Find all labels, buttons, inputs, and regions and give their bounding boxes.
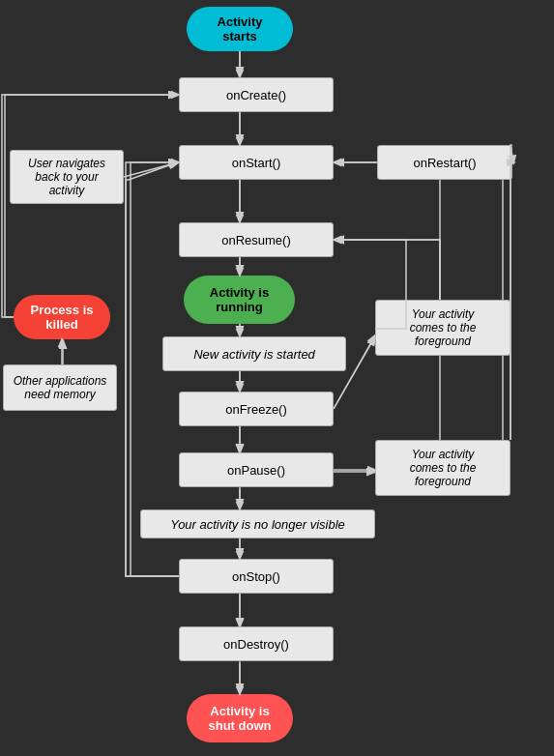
on-create-label: onCreate() (226, 88, 286, 102)
process-killed-node: Process iskilled (14, 295, 110, 339)
new-activity-label: New activity is started (193, 347, 315, 362)
on-freeze-node: onFreeze() (179, 392, 334, 426)
activity-running-node: Activity isrunning (184, 276, 295, 324)
on-start-node: onStart() (179, 145, 334, 180)
diagram: Activitystarts onCreate() onStart() onRe… (0, 0, 554, 756)
on-restart-label: onRestart() (413, 156, 476, 170)
activity-foreground2-label: Your activitycomes to theforeground (410, 448, 477, 488)
activity-starts-node: Activitystarts (187, 7, 293, 51)
activity-starts-label: Activitystarts (218, 15, 263, 44)
activity-foreground2-node: Your activitycomes to theforeground (375, 440, 510, 496)
on-resume-node: onResume() (179, 222, 334, 257)
activity-running-label: Activity isrunning (210, 285, 269, 314)
other-apps-node: Other applicationsneed memory (3, 364, 117, 411)
no-longer-visible-node: Your activity is no longer visible (140, 509, 375, 538)
process-killed-label: Process iskilled (30, 303, 93, 332)
on-pause-node: onPause() (179, 452, 334, 487)
on-destroy-label: onDestroy() (223, 637, 289, 652)
on-stop-node: onStop() (179, 559, 334, 594)
activity-shutdown-node: Activity isshut down (187, 694, 293, 742)
no-longer-visible-label: Your activity is no longer visible (170, 517, 345, 532)
on-restart-node: onRestart() (377, 145, 512, 180)
on-start-label: onStart() (232, 156, 281, 170)
on-stop-label: onStop() (232, 569, 280, 584)
on-create-node: onCreate() (179, 77, 334, 112)
svg-line-31 (124, 162, 178, 177)
new-activity-node: New activity is started (162, 336, 346, 371)
activity-foreground1-node: Your activitycomes to theforeground (375, 300, 510, 356)
on-pause-label: onPause() (227, 463, 285, 478)
user-navigates-label: User navigatesback to youractivity (28, 157, 105, 197)
on-freeze-label: onFreeze() (225, 402, 287, 417)
user-navigates-node: User navigatesback to youractivity (10, 150, 124, 204)
on-destroy-node: onDestroy() (179, 626, 334, 661)
activity-shutdown-label: Activity isshut down (209, 704, 272, 733)
other-apps-label: Other applicationsneed memory (14, 374, 107, 401)
activity-foreground1-label: Your activitycomes to theforeground (410, 307, 477, 348)
on-resume-label: onResume() (221, 233, 291, 247)
